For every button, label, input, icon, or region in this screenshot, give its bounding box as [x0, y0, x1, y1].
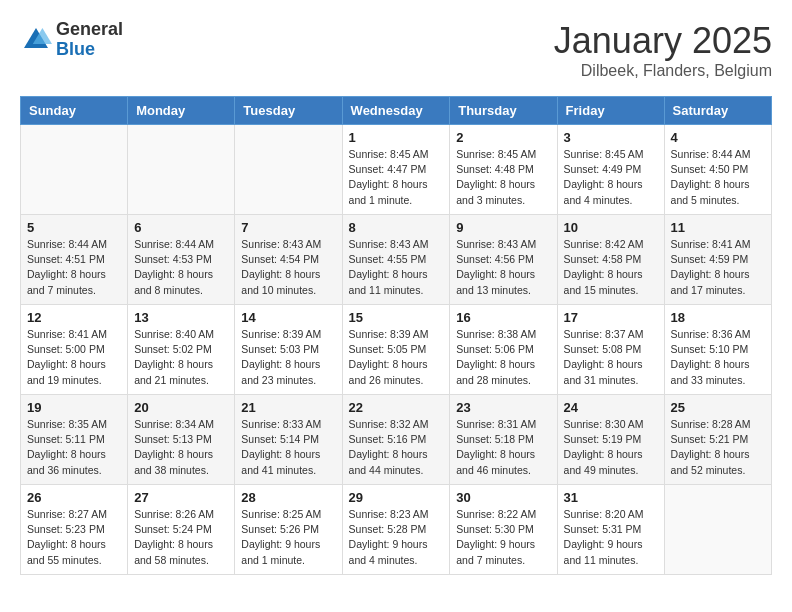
logo-general-text: General [56, 20, 123, 40]
location-text: Dilbeek, Flanders, Belgium [554, 62, 772, 80]
day-header-tuesday: Tuesday [235, 97, 342, 125]
day-number: 2 [456, 130, 550, 145]
day-info: Sunrise: 8:22 AM Sunset: 5:30 PM Dayligh… [456, 507, 550, 568]
day-number: 25 [671, 400, 765, 415]
calendar-cell: 27Sunrise: 8:26 AM Sunset: 5:24 PM Dayli… [128, 485, 235, 575]
logo: General Blue [20, 20, 123, 60]
calendar-cell: 4Sunrise: 8:44 AM Sunset: 4:50 PM Daylig… [664, 125, 771, 215]
day-number: 29 [349, 490, 444, 505]
calendar-cell: 8Sunrise: 8:43 AM Sunset: 4:55 PM Daylig… [342, 215, 450, 305]
day-number: 16 [456, 310, 550, 325]
calendar-cell: 2Sunrise: 8:45 AM Sunset: 4:48 PM Daylig… [450, 125, 557, 215]
day-number: 9 [456, 220, 550, 235]
calendar-cell: 11Sunrise: 8:41 AM Sunset: 4:59 PM Dayli… [664, 215, 771, 305]
day-info: Sunrise: 8:31 AM Sunset: 5:18 PM Dayligh… [456, 417, 550, 478]
day-number: 26 [27, 490, 121, 505]
logo-blue-text: Blue [56, 40, 123, 60]
day-number: 30 [456, 490, 550, 505]
day-info: Sunrise: 8:44 AM Sunset: 4:51 PM Dayligh… [27, 237, 121, 298]
day-header-monday: Monday [128, 97, 235, 125]
calendar-cell: 30Sunrise: 8:22 AM Sunset: 5:30 PM Dayli… [450, 485, 557, 575]
day-info: Sunrise: 8:42 AM Sunset: 4:58 PM Dayligh… [564, 237, 658, 298]
day-number: 8 [349, 220, 444, 235]
calendar-cell: 29Sunrise: 8:23 AM Sunset: 5:28 PM Dayli… [342, 485, 450, 575]
calendar-cell [664, 485, 771, 575]
day-info: Sunrise: 8:44 AM Sunset: 4:50 PM Dayligh… [671, 147, 765, 208]
day-number: 22 [349, 400, 444, 415]
day-header-saturday: Saturday [664, 97, 771, 125]
month-title: January 2025 [554, 20, 772, 62]
day-info: Sunrise: 8:32 AM Sunset: 5:16 PM Dayligh… [349, 417, 444, 478]
day-number: 4 [671, 130, 765, 145]
day-number: 19 [27, 400, 121, 415]
day-info: Sunrise: 8:43 AM Sunset: 4:54 PM Dayligh… [241, 237, 335, 298]
calendar-week-row: 12Sunrise: 8:41 AM Sunset: 5:00 PM Dayli… [21, 305, 772, 395]
day-number: 21 [241, 400, 335, 415]
calendar-cell: 13Sunrise: 8:40 AM Sunset: 5:02 PM Dayli… [128, 305, 235, 395]
day-info: Sunrise: 8:43 AM Sunset: 4:55 PM Dayligh… [349, 237, 444, 298]
day-info: Sunrise: 8:45 AM Sunset: 4:47 PM Dayligh… [349, 147, 444, 208]
calendar-cell: 21Sunrise: 8:33 AM Sunset: 5:14 PM Dayli… [235, 395, 342, 485]
calendar-cell: 23Sunrise: 8:31 AM Sunset: 5:18 PM Dayli… [450, 395, 557, 485]
calendar-week-row: 26Sunrise: 8:27 AM Sunset: 5:23 PM Dayli… [21, 485, 772, 575]
day-info: Sunrise: 8:44 AM Sunset: 4:53 PM Dayligh… [134, 237, 228, 298]
calendar-cell: 18Sunrise: 8:36 AM Sunset: 5:10 PM Dayli… [664, 305, 771, 395]
calendar-cell: 9Sunrise: 8:43 AM Sunset: 4:56 PM Daylig… [450, 215, 557, 305]
day-header-wednesday: Wednesday [342, 97, 450, 125]
day-number: 12 [27, 310, 121, 325]
day-info: Sunrise: 8:43 AM Sunset: 4:56 PM Dayligh… [456, 237, 550, 298]
day-info: Sunrise: 8:33 AM Sunset: 5:14 PM Dayligh… [241, 417, 335, 478]
day-info: Sunrise: 8:40 AM Sunset: 5:02 PM Dayligh… [134, 327, 228, 388]
day-number: 23 [456, 400, 550, 415]
calendar-cell: 24Sunrise: 8:30 AM Sunset: 5:19 PM Dayli… [557, 395, 664, 485]
day-info: Sunrise: 8:36 AM Sunset: 5:10 PM Dayligh… [671, 327, 765, 388]
logo-icon [20, 24, 52, 56]
calendar-week-row: 1Sunrise: 8:45 AM Sunset: 4:47 PM Daylig… [21, 125, 772, 215]
calendar-cell: 15Sunrise: 8:39 AM Sunset: 5:05 PM Dayli… [342, 305, 450, 395]
day-number: 14 [241, 310, 335, 325]
calendar-cell: 14Sunrise: 8:39 AM Sunset: 5:03 PM Dayli… [235, 305, 342, 395]
calendar-cell: 17Sunrise: 8:37 AM Sunset: 5:08 PM Dayli… [557, 305, 664, 395]
page-header: General Blue January 2025 Dilbeek, Fland… [20, 20, 772, 80]
calendar-cell: 22Sunrise: 8:32 AM Sunset: 5:16 PM Dayli… [342, 395, 450, 485]
day-header-thursday: Thursday [450, 97, 557, 125]
day-number: 20 [134, 400, 228, 415]
day-info: Sunrise: 8:39 AM Sunset: 5:03 PM Dayligh… [241, 327, 335, 388]
calendar-table: SundayMondayTuesdayWednesdayThursdayFrid… [20, 96, 772, 575]
day-number: 13 [134, 310, 228, 325]
day-info: Sunrise: 8:38 AM Sunset: 5:06 PM Dayligh… [456, 327, 550, 388]
calendar-cell: 5Sunrise: 8:44 AM Sunset: 4:51 PM Daylig… [21, 215, 128, 305]
day-info: Sunrise: 8:30 AM Sunset: 5:19 PM Dayligh… [564, 417, 658, 478]
calendar-cell: 26Sunrise: 8:27 AM Sunset: 5:23 PM Dayli… [21, 485, 128, 575]
calendar-cell [128, 125, 235, 215]
day-info: Sunrise: 8:35 AM Sunset: 5:11 PM Dayligh… [27, 417, 121, 478]
day-number: 7 [241, 220, 335, 235]
day-info: Sunrise: 8:28 AM Sunset: 5:21 PM Dayligh… [671, 417, 765, 478]
day-info: Sunrise: 8:27 AM Sunset: 5:23 PM Dayligh… [27, 507, 121, 568]
day-number: 6 [134, 220, 228, 235]
calendar-week-row: 19Sunrise: 8:35 AM Sunset: 5:11 PM Dayli… [21, 395, 772, 485]
day-info: Sunrise: 8:41 AM Sunset: 4:59 PM Dayligh… [671, 237, 765, 298]
calendar-cell [235, 125, 342, 215]
day-number: 1 [349, 130, 444, 145]
day-number: 24 [564, 400, 658, 415]
title-block: January 2025 Dilbeek, Flanders, Belgium [554, 20, 772, 80]
calendar-week-row: 5Sunrise: 8:44 AM Sunset: 4:51 PM Daylig… [21, 215, 772, 305]
day-number: 31 [564, 490, 658, 505]
day-number: 5 [27, 220, 121, 235]
day-number: 10 [564, 220, 658, 235]
day-info: Sunrise: 8:37 AM Sunset: 5:08 PM Dayligh… [564, 327, 658, 388]
calendar-cell: 10Sunrise: 8:42 AM Sunset: 4:58 PM Dayli… [557, 215, 664, 305]
day-header-friday: Friday [557, 97, 664, 125]
day-info: Sunrise: 8:45 AM Sunset: 4:48 PM Dayligh… [456, 147, 550, 208]
day-number: 11 [671, 220, 765, 235]
calendar-cell: 25Sunrise: 8:28 AM Sunset: 5:21 PM Dayli… [664, 395, 771, 485]
calendar-cell: 1Sunrise: 8:45 AM Sunset: 4:47 PM Daylig… [342, 125, 450, 215]
calendar-cell: 28Sunrise: 8:25 AM Sunset: 5:26 PM Dayli… [235, 485, 342, 575]
day-number: 17 [564, 310, 658, 325]
calendar-cell: 19Sunrise: 8:35 AM Sunset: 5:11 PM Dayli… [21, 395, 128, 485]
day-number: 3 [564, 130, 658, 145]
calendar-cell: 7Sunrise: 8:43 AM Sunset: 4:54 PM Daylig… [235, 215, 342, 305]
day-number: 15 [349, 310, 444, 325]
calendar-cell: 16Sunrise: 8:38 AM Sunset: 5:06 PM Dayli… [450, 305, 557, 395]
